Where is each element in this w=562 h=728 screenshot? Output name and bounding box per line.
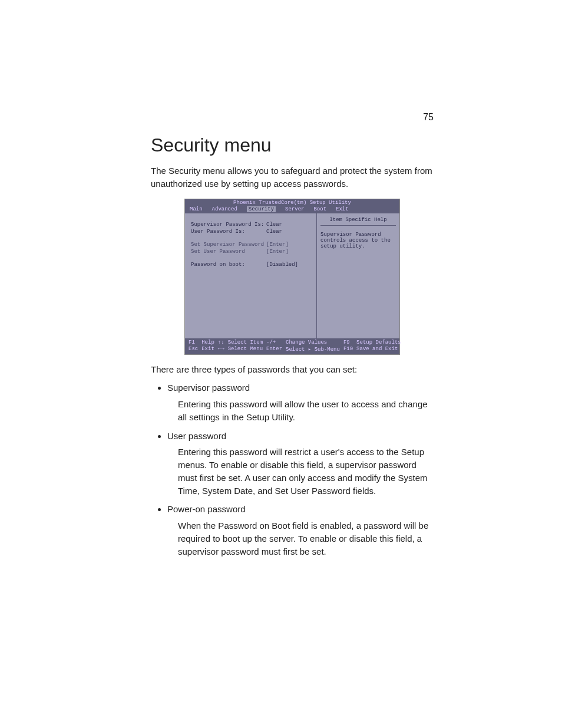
bios-tab-boot[interactable]: Boot (313, 206, 326, 212)
bios-field-label: Password on boot: (191, 262, 266, 268)
page-number: 75 (423, 112, 434, 123)
bios-tab-advanced[interactable]: Advanced (212, 206, 237, 212)
password-types-list: Supervisor password Entering this passwo… (151, 381, 434, 558)
bios-key: F10 (343, 346, 353, 353)
bios-row-action[interactable]: Set Supervisor Password [Enter] (191, 242, 312, 248)
bios-key: ↑↓ (218, 340, 224, 345)
bios-row: Supervisor Password Is: Clear (191, 222, 312, 228)
bios-tab-server[interactable]: Server (285, 206, 304, 212)
bios-keylabel: Setup Defaults (356, 340, 401, 345)
bios-tab-main[interactable]: Main (190, 206, 203, 212)
bios-key: ←→ (218, 346, 224, 353)
bios-field-label: Supervisor Password Is: (191, 222, 266, 228)
bios-key: Enter (266, 346, 282, 353)
bios-row[interactable]: Password on boot: [Disabled] (191, 262, 312, 268)
bios-keylabel: Select ▸ Sub-Menu (286, 346, 340, 353)
page-title: Security menu (151, 134, 434, 156)
bios-key: F1 (189, 340, 198, 345)
bios-field-value: [Disabled] (266, 262, 298, 268)
list-intro: There are three types of passwords that … (151, 363, 434, 376)
bios-field-value: [Enter] (266, 242, 289, 248)
bios-field-value: [Enter] (266, 249, 289, 255)
bios-help-panel: Item Specific Help Supervisor Password c… (316, 213, 399, 338)
bios-row: User Password Is: Clear (191, 229, 312, 235)
bios-key: Esc (189, 346, 198, 353)
document-page: 75 Security menu The Security menu allow… (151, 112, 434, 564)
bios-screenshot: Phoenix TrustedCore(tm) Setup Utility Ma… (184, 199, 400, 355)
bios-spacer (191, 236, 312, 242)
list-item-title: Supervisor password (167, 383, 250, 393)
bios-title: Phoenix TrustedCore(tm) Setup Utility (185, 199, 399, 206)
bios-tab-security[interactable]: Security (247, 206, 276, 212)
list-item-body: Entering this password will restrict a u… (178, 446, 434, 497)
bios-help-title: Item Specific Help (320, 217, 396, 226)
bios-field-label: Set User Password (191, 249, 266, 255)
list-item-title: User password (167, 431, 226, 441)
bios-field-label: User Password Is: (191, 229, 266, 235)
bios-keylabel: Select Item (228, 340, 263, 345)
bios-keylabel: Help (201, 340, 214, 345)
bios-tab-exit[interactable]: Exit (336, 206, 349, 212)
bios-footer: F1 Help ↑↓ Select Item -/+ Change Values… (185, 338, 399, 354)
bios-field-value: Clear (266, 229, 282, 235)
bios-keylabel: Change Values (286, 340, 340, 345)
bios-keylabel: Save and Exit (356, 346, 401, 353)
bios-menubar: Main Advanced Security Server Boot Exit (185, 206, 399, 213)
list-item-body: When the Password on Boot field is enabl… (178, 519, 434, 558)
intro-paragraph: The Security menu allows you to safeguar… (151, 164, 434, 190)
list-item: Power-on password When the Password on B… (167, 503, 434, 558)
bios-keylabel: Select Menu (228, 346, 263, 353)
list-item: User password Entering this password wil… (167, 430, 434, 498)
bios-field-label: Set Supervisor Password (191, 242, 266, 248)
list-item: Supervisor password Entering this passwo… (167, 381, 434, 423)
list-item-title: Power-on password (167, 504, 246, 514)
bios-body: Supervisor Password Is: Clear User Passw… (185, 213, 399, 338)
bios-spacer (191, 256, 312, 262)
list-item-body: Entering this password will allow the us… (178, 398, 434, 424)
bios-row-action[interactable]: Set User Password [Enter] (191, 249, 312, 255)
bios-main-panel: Supervisor Password Is: Clear User Passw… (185, 213, 316, 338)
bios-key: F9 (343, 340, 353, 345)
bios-keylabel: Exit (201, 346, 214, 353)
bios-help-text: Supervisor Password controls access to t… (320, 232, 396, 249)
bios-field-value: Clear (266, 222, 282, 228)
bios-key: -/+ (266, 340, 282, 345)
